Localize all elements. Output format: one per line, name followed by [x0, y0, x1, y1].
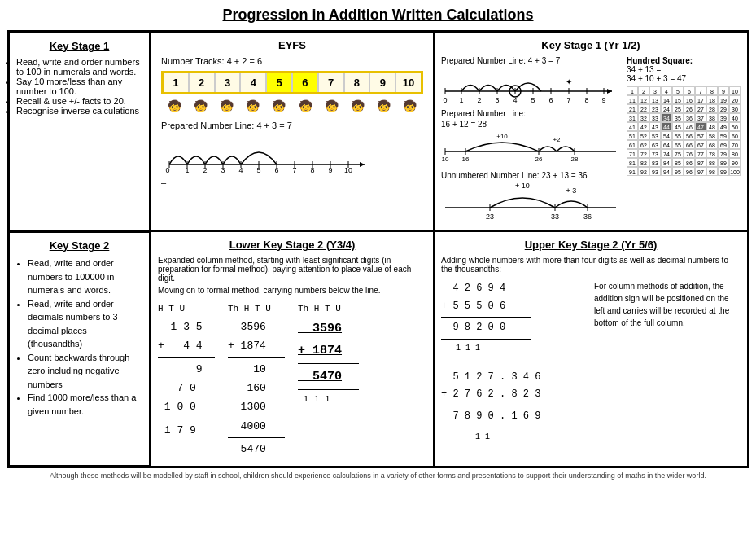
hs-cell-41: 41 — [627, 122, 638, 131]
hs-cell-8: 8 — [706, 86, 718, 95]
uks2-ex2: 5 1 2 7 . 3 4 6 + 2 7 6 2 . 8 2 3 7 8 9 … — [441, 369, 584, 445]
hs-cell-75: 75 — [672, 149, 684, 158]
svg-text:36: 36 — [583, 213, 592, 221]
hs-cell-64: 64 — [661, 140, 672, 149]
svg-text:3: 3 — [221, 166, 225, 174]
hs-cell-28: 28 — [706, 104, 718, 113]
lks2-desc1: Expanded column method, starting with le… — [158, 256, 426, 283]
lks2-title: Lower Key Stage 2 (Y3/4) — [158, 239, 426, 251]
ks1-bullet-3: Recall & use +/- facts to 20. — [16, 96, 142, 106]
eyfs-dash: – — [161, 178, 423, 187]
svg-text:33: 33 — [551, 213, 559, 221]
uks2-cell: Upper Key Stage 2 (Yr 5/6) Adding whole … — [434, 231, 748, 467]
hs-cell-47: 47 — [695, 122, 706, 131]
hs-cell-100: 100 — [729, 167, 741, 176]
ks2-left-cell: Key Stage 2 Read, write and order number… — [8, 231, 151, 467]
thhu-formal-section: Th H T U 3596 + 1874 5470 1 1 1 — [298, 301, 359, 408]
hs-cell-2: 2 — [638, 86, 649, 95]
thhu-expanded-section: Th H T U 3596 + 1874 10 160 1300 4000 54… — [228, 301, 285, 459]
hundred-square-grid: 1234567891011121314151617181920212223242… — [627, 86, 741, 176]
hs-cell-42: 42 — [638, 122, 649, 131]
thhu-label: Th H T U — [228, 301, 285, 318]
hs-cell-82: 82 — [638, 158, 649, 167]
hs-cell-13: 13 — [649, 95, 661, 104]
hs-cell-73: 73 — [649, 149, 661, 158]
hs-cell-99: 99 — [718, 167, 729, 176]
lks2-desc2: Moving on to formal method, carrying num… — [158, 286, 426, 295]
hs-cell-37: 37 — [695, 113, 706, 122]
eyfs-title: EYFS — [161, 39, 423, 51]
ks1-nl1: 0 1 2 3 4 5 6 7 8 9 ✦ — [441, 67, 620, 106]
svg-text:6: 6 — [548, 96, 553, 104]
hs-cell-96: 96 — [684, 167, 695, 176]
hs-cell-57: 57 — [695, 131, 706, 140]
track-cell-10: 10 — [396, 73, 421, 92]
hs-cell-53: 53 — [649, 131, 661, 140]
svg-text:10: 10 — [442, 156, 449, 163]
thhu-formal-label: Th H T U — [298, 301, 359, 318]
htu-row3: 9 — [158, 360, 215, 379]
thhu-row6: 4000 — [228, 417, 285, 436]
hs-cell-83: 83 — [649, 158, 661, 167]
hs-cell-30: 30 — [729, 104, 741, 113]
svg-text:+2: +2 — [553, 136, 561, 143]
ks2-left-list: Read, write and order numbers to 100000 … — [16, 257, 142, 418]
ks1-bullet-1: Read, write and order numbers to 100 in … — [16, 57, 142, 77]
ks2-bullet-4: Find 1000 more/less than a given number. — [28, 391, 142, 418]
hs-cell-81: 81 — [627, 158, 638, 167]
eyfs-arch-line: 0 1 2 3 4 5 6 7 8 9 10 — [161, 134, 423, 176]
hs-cell-9: 9 — [718, 86, 729, 95]
htu-row1: 1 3 5 — [158, 318, 215, 336]
svg-text:23: 23 — [486, 213, 494, 221]
hs-cell-72: 72 — [638, 149, 649, 158]
ks1-prepared-label2: Prepared Number Line: — [441, 109, 620, 118]
ks1-bullet-4: Recognise inverse calculations — [16, 106, 142, 116]
thhu-row5: 1300 — [228, 397, 285, 416]
uks2-note: For column methods of addition, the addi… — [594, 280, 741, 329]
uks2-ex2-row2: + 2 7 6 2 . 8 2 3 — [441, 386, 584, 404]
hs-cell-19: 19 — [718, 95, 729, 104]
hs-cell-43: 43 — [649, 122, 661, 131]
svg-text:4: 4 — [513, 96, 517, 104]
eyfs-track-label: Number Tracks: 4 + 2 = 6 — [161, 56, 423, 66]
eyfs-cell: EYFS Number Tracks: 4 + 2 = 6 1 2 3 4 5 … — [151, 32, 434, 231]
svg-text:0: 0 — [443, 96, 447, 104]
hs-cell-95: 95 — [672, 167, 684, 176]
hs-cell-15: 15 — [672, 95, 684, 104]
hs-cell-38: 38 — [706, 113, 718, 122]
thhu-row7: 5470 — [228, 440, 285, 458]
hs-cell-39: 39 — [718, 113, 729, 122]
track-cell-7: 7 — [319, 73, 345, 92]
formal-row2: + 1874 — [298, 340, 359, 362]
hs-cell-50: 50 — [729, 122, 741, 131]
svg-text:26: 26 — [535, 156, 543, 163]
hs-cell-74: 74 — [661, 149, 672, 158]
svg-text:2: 2 — [203, 166, 207, 174]
hs-cell-24: 24 — [661, 104, 672, 113]
thhu-row1: 3596 — [228, 318, 285, 336]
hs-cell-12: 12 — [638, 95, 649, 104]
hs-cell-91: 91 — [627, 167, 638, 176]
hs-cell-20: 20 — [729, 95, 741, 104]
ks2-bullet-2: Read, write and order decimals numbers t… — [28, 297, 142, 351]
ks1-right-title: Key Stage 1 (Yr 1/2) — [441, 39, 741, 51]
hs-cell-49: 49 — [718, 122, 729, 131]
hs-cell-62: 62 — [638, 140, 649, 149]
svg-text:5: 5 — [531, 96, 535, 104]
hs-cell-32: 32 — [638, 113, 649, 122]
hs-cell-44: 44 — [661, 122, 672, 131]
svg-text:1: 1 — [185, 166, 189, 174]
hs-cell-27: 27 — [695, 104, 706, 113]
ks1-right-cell: Key Stage 1 (Yr 1/2) Prepared Number Lin… — [434, 32, 748, 231]
ks1-prepared-label1: Prepared Number Line: 4 + 3 = 7 — [441, 56, 620, 65]
number-track: 1 2 3 4 5 6 7 8 9 10 — [161, 71, 423, 94]
hs-cell-66: 66 — [684, 140, 695, 149]
svg-text:5: 5 — [256, 166, 260, 174]
main-grid: Key Stage 1 Read, write and order number… — [7, 30, 749, 468]
svg-text:1: 1 — [459, 96, 463, 104]
page-title: Progression in Addition Written Calculat… — [7, 7, 749, 24]
hs-cell-52: 52 — [638, 131, 649, 140]
thhu-row3: 10 — [228, 360, 285, 379]
track-cell-8: 8 — [345, 73, 371, 92]
hs-cell-45: 45 — [672, 122, 684, 131]
